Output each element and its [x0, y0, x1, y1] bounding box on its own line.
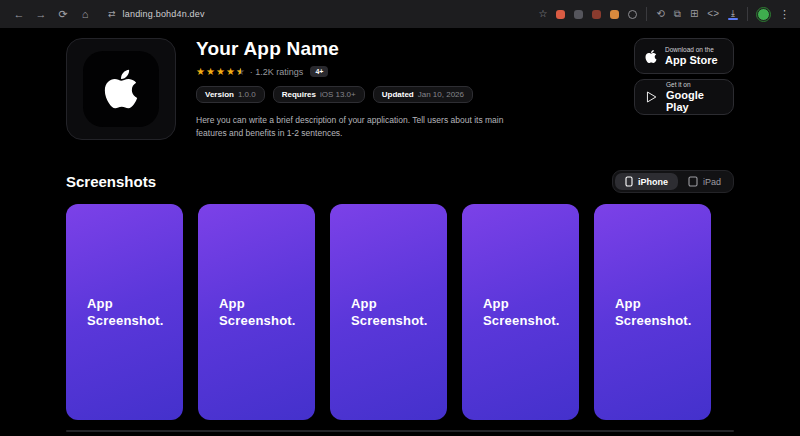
extension-icon-4[interactable] [610, 10, 619, 19]
app-icon-card [66, 38, 176, 140]
screenshot-card[interactable]: App Screenshot. [462, 204, 579, 420]
screenshot-card[interactable]: App Screenshot. [330, 204, 447, 420]
star-icon: ★ [196, 67, 205, 77]
translate-icon[interactable]: ⧉ [674, 9, 681, 19]
extensions-grid-icon[interactable]: ⊞ [690, 9, 698, 19]
toggle-iphone[interactable]: iPhone [615, 173, 678, 190]
screenshot-card[interactable]: App Screenshot. [594, 204, 711, 420]
star-icon: ★ [216, 67, 225, 77]
iphone-icon [625, 176, 633, 187]
google-play-icon [645, 90, 658, 104]
google-play-button[interactable]: Get it on Google Play [634, 79, 734, 115]
star-rating: ★ ★ ★ ★ ★ ★ [196, 67, 245, 77]
app-store-label: App Store [665, 54, 718, 66]
screenshots-heading: Screenshots [66, 173, 156, 190]
address-bar[interactable]: ⇄ landing.bohd4n.dev [108, 9, 205, 19]
profile-avatar[interactable] [757, 8, 770, 21]
screenshot-gallery: App Screenshot. App Screenshot. App Scre… [66, 204, 734, 420]
download-progress-bar [728, 18, 738, 20]
reload-icon[interactable]: ⟳ [54, 5, 72, 23]
extension-icon-5[interactable] [628, 10, 637, 19]
screenshot-card[interactable]: App Screenshot. [198, 204, 315, 420]
google-play-label: Google Play [666, 89, 723, 113]
code-icon[interactable]: <> [707, 9, 719, 19]
app-description: Here you can write a brief description o… [196, 114, 518, 140]
screenshots-header: Screenshots iPhone iPad [66, 170, 734, 193]
version-pill: Version 1.0.0 [196, 86, 265, 103]
updated-pill: Updated Jan 10, 2026 [373, 86, 473, 103]
toolbar-divider [747, 7, 748, 21]
home-icon[interactable]: ⌂ [76, 5, 94, 23]
requires-pill: Requires iOS 13.0+ [273, 86, 365, 103]
history-icon[interactable]: ⟲ [656, 9, 664, 19]
app-store-button[interactable]: Download on the App Store [634, 38, 734, 74]
app-icon [83, 51, 159, 127]
apple-logo-icon [102, 67, 140, 111]
app-store-tagline: Download on the [665, 46, 718, 53]
back-icon[interactable]: ← [10, 5, 28, 23]
forward-icon[interactable]: → [32, 5, 50, 23]
browser-toolbar: ← → ⟳ ⌂ ⇄ landing.bohd4n.dev ☆ ⟲ ⧉ ⊞ <> … [0, 0, 800, 28]
page-title: Your App Name [196, 38, 518, 60]
toggle-ipad[interactable]: iPad [678, 173, 731, 190]
app-header: Your App Name ★ ★ ★ ★ ★ ★ · 1.2K ratings… [66, 38, 734, 140]
meta-pills: Version 1.0.0 Requires iOS 13.0+ Updated… [196, 86, 518, 103]
horizontal-scrollbar[interactable] [66, 430, 734, 432]
ipad-icon [688, 176, 698, 187]
site-settings-icon[interactable]: ⇄ [108, 9, 116, 19]
star-half-icon: ★ ★ [236, 67, 245, 77]
bookmark-star-icon[interactable]: ☆ [538, 9, 547, 19]
store-buttons: Download on the App Store Get it on Goog… [634, 38, 734, 115]
landing-page: Your App Name ★ ★ ★ ★ ★ ★ · 1.2K ratings… [0, 28, 800, 432]
screenshot-card[interactable]: App Screenshot. [66, 204, 183, 420]
age-rating-badge: 4+ [310, 66, 328, 77]
star-icon: ★ [226, 67, 235, 77]
extension-icon-3[interactable] [592, 10, 601, 19]
extension-icon-2[interactable] [574, 10, 583, 19]
rating-row: ★ ★ ★ ★ ★ ★ · 1.2K ratings 4+ [196, 66, 518, 77]
extension-icon-1[interactable] [556, 10, 565, 19]
star-icon: ★ [206, 67, 215, 77]
apple-icon [645, 49, 657, 64]
download-icon[interactable]: ⤓ [728, 9, 738, 20]
device-toggle: iPhone iPad [612, 170, 734, 193]
url-text[interactable]: landing.bohd4n.dev [123, 9, 205, 19]
menu-kebab-icon[interactable]: ⋮ [779, 8, 790, 21]
toolbar-divider [646, 7, 647, 21]
google-play-tagline: Get it on [666, 81, 723, 88]
rating-count: · 1.2K ratings [250, 67, 304, 77]
